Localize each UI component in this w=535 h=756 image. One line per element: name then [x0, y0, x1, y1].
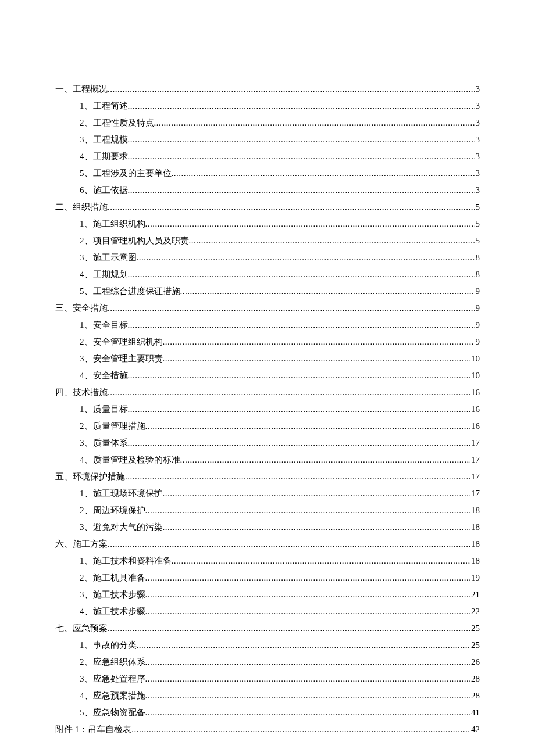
toc-title: 3、应急处置程序 — [80, 671, 145, 687]
toc-title: 4、工期要求 — [80, 149, 128, 164]
toc-title: 五、环境保护措施 — [55, 469, 125, 485]
toc-leader-dots — [128, 132, 475, 148]
toc-page-number: 17 — [470, 435, 480, 451]
toc-page-number: 16 — [470, 385, 480, 400]
toc-entry: 6、施工依据3 — [55, 182, 480, 198]
toc-leader-dots — [163, 486, 470, 501]
toc-page-number: 18 — [470, 536, 480, 552]
toc-entry: 4、安全措施10 — [55, 368, 480, 384]
toc-page-number: 28 — [470, 671, 480, 687]
toc-leader-dots — [189, 233, 475, 249]
toc-entry: 4、施工技术步骤22 — [55, 604, 480, 619]
toc-title: 六、施工方案 — [55, 536, 108, 552]
toc-page-number: 17 — [470, 486, 480, 501]
toc-leader-dots — [163, 519, 470, 535]
toc-entry: 5、应急物资配备41 — [55, 705, 480, 721]
toc-title: 2、质量管理措施 — [80, 418, 145, 434]
toc-page-number: 8 — [475, 250, 480, 266]
toc-entry: 附件 1：吊车自检表 42 — [55, 722, 480, 737]
toc-entry: 5、工程涉及的主要单位3 — [55, 166, 480, 181]
toc-page-number: 28 — [470, 688, 480, 704]
toc-title: 二、组织措施 — [55, 199, 108, 215]
toc-title: 4、安全措施 — [80, 368, 128, 384]
toc-entry: 五、环境保护措施17 — [55, 469, 480, 485]
toc-leader-dots — [128, 149, 475, 164]
toc-page-number: 21 — [470, 587, 480, 603]
toc-title: 2、应急组织体系 — [80, 654, 145, 670]
toc-leader-dots — [108, 385, 470, 400]
toc-leader-dots — [128, 435, 470, 451]
toc-title: 4、施工技术步骤 — [80, 604, 145, 619]
toc-leader-dots — [145, 688, 470, 704]
toc-page-number: 3 — [475, 98, 480, 114]
toc-page-number: 9 — [475, 300, 480, 316]
toc-entry: 3、施工示意图8 — [55, 250, 480, 266]
toc-page-number: 18 — [470, 503, 480, 518]
toc-entry: 3、工程规模3 — [55, 132, 480, 148]
toc-entry: 2、应急组织体系26 — [55, 654, 480, 670]
toc-page-number: 9 — [475, 334, 480, 350]
toc-entry: 2、质量管理措施16 — [55, 418, 480, 434]
toc-leader-dots — [108, 81, 475, 97]
toc-title: 1、质量目标 — [80, 402, 128, 417]
toc-page-number: 3 — [475, 166, 480, 181]
toc-page-number: 9 — [475, 317, 480, 333]
toc-page-number: 25 — [470, 621, 480, 636]
toc-leader-dots — [128, 317, 475, 333]
toc-leader-dots — [145, 503, 470, 518]
toc-title: 6、施工依据 — [80, 182, 128, 198]
toc-leader-dots — [108, 300, 475, 316]
toc-title: 1、工程简述 — [80, 98, 128, 114]
toc-leader-dots — [128, 98, 475, 114]
toc-page-number: 18 — [470, 519, 480, 535]
toc-leader-dots — [145, 570, 470, 586]
toc-leader-dots — [163, 351, 470, 367]
toc-title: 1、事故的分类 — [80, 637, 137, 653]
toc-page-number: 9 — [475, 284, 480, 299]
toc-entry: 三、安全措施9 — [55, 300, 480, 316]
toc-entry: 1、事故的分类25 — [55, 637, 480, 653]
toc-page-number: 22 — [470, 604, 480, 619]
toc-leader-dots — [131, 722, 470, 737]
toc-entry: 2、周边环境保护18 — [55, 503, 480, 518]
toc-leader-dots — [180, 284, 475, 299]
toc-page-number: 5 — [475, 199, 480, 215]
toc-page-number: 42 — [470, 722, 480, 737]
toc-entry: 1、工程简述3 — [55, 98, 480, 114]
toc-entry: 3、质量体系17 — [55, 435, 480, 451]
toc-entry: 四、技术措施16 — [55, 385, 480, 400]
toc-title: 1、施工现场环境保护 — [80, 486, 163, 501]
toc-entry: 一、工程概况3 — [55, 81, 480, 97]
toc-leader-dots — [145, 604, 470, 619]
toc-leader-dots — [180, 452, 470, 468]
toc-title: 5、应急物资配备 — [80, 705, 145, 721]
toc-entry: 1、施工组织机构5 — [55, 216, 480, 232]
toc-leader-dots — [172, 166, 475, 181]
toc-entry: 2、安全管理组织机构9 — [55, 334, 480, 350]
toc-entry: 七、应急预案25 — [55, 621, 480, 636]
toc-page-number: 5 — [475, 233, 480, 249]
toc-entry: 1、施工技术和资料准备18 — [55, 553, 480, 569]
toc-entry: 六、施工方案18 — [55, 536, 480, 552]
toc-leader-dots — [145, 418, 470, 434]
toc-title: 4、工期规划 — [80, 267, 128, 282]
toc-title: 1、施工组织机构 — [80, 216, 145, 232]
toc-entry: 二、组织措施5 — [55, 199, 480, 215]
toc-leader-dots — [145, 654, 470, 670]
toc-leader-dots — [172, 553, 470, 569]
toc-title: 3、施工技术步骤 — [80, 587, 145, 603]
toc-leader-dots — [108, 536, 470, 552]
toc-leader-dots — [163, 334, 475, 350]
toc-page-number: 17 — [470, 469, 480, 485]
toc-entry: 4、工期要求3 — [55, 149, 480, 164]
toc-leader-dots — [108, 621, 470, 636]
toc-title: 附件 1：吊车自检表 — [55, 722, 131, 737]
toc-title: 4、应急预案措施 — [80, 688, 145, 704]
toc-title: 2、周边环境保护 — [80, 503, 145, 518]
toc-leader-dots — [125, 469, 470, 485]
toc-title: 3、避免对大气的污染 — [80, 519, 163, 535]
toc-page-number: 16 — [470, 402, 480, 417]
toc-title: 2、安全管理组织机构 — [80, 334, 163, 350]
toc-entry: 2、项目管理机构人员及职责5 — [55, 233, 480, 249]
toc-leader-dots — [128, 267, 475, 282]
